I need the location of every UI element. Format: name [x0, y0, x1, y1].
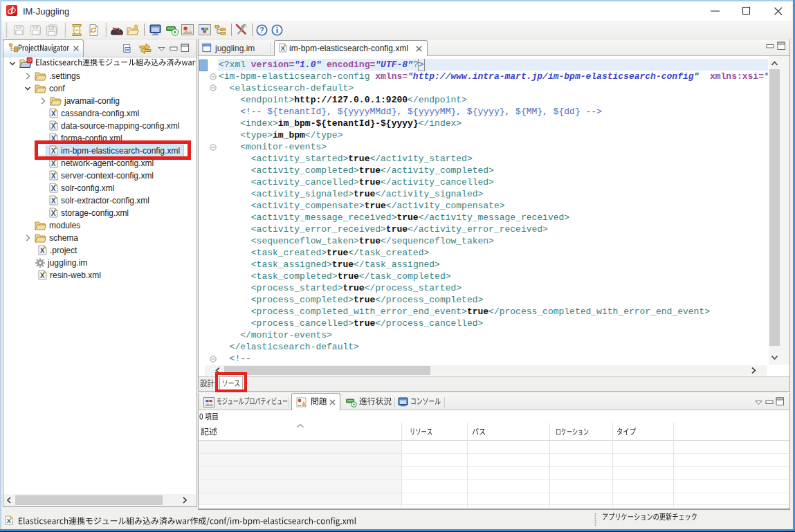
- svg-text:X: X: [51, 160, 56, 167]
- svg-text:X: X: [281, 45, 286, 52]
- svg-text:X: X: [51, 110, 56, 118]
- svg-text:X: X: [51, 185, 56, 192]
- svg-text:X: X: [7, 517, 12, 524]
- svg-text:X: X: [40, 247, 45, 255]
- svg-text:X: X: [51, 210, 56, 217]
- svg-text:X: X: [40, 272, 45, 279]
- svg-text:?: ?: [259, 26, 264, 34]
- svg-text:X: X: [51, 197, 56, 205]
- svg-text:X: X: [51, 172, 56, 180]
- svg-text:X: X: [51, 122, 56, 130]
